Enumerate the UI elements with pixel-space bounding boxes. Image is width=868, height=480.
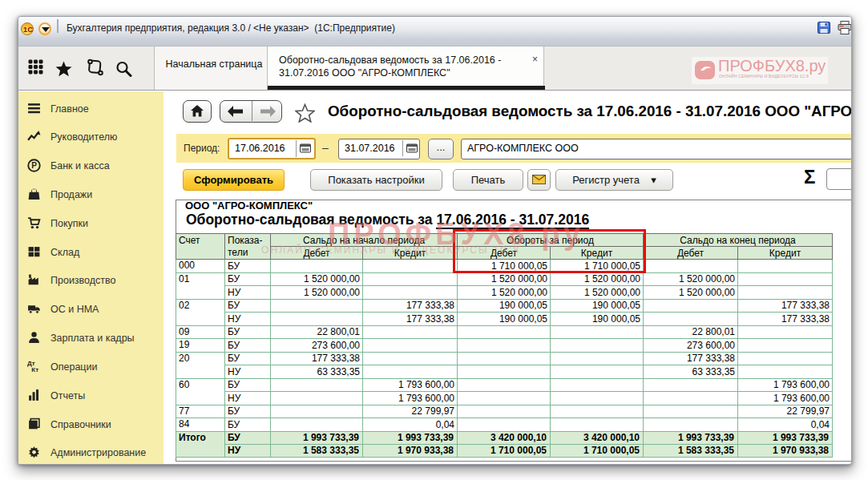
svg-text:Р: Р bbox=[31, 161, 37, 170]
svg-text:Кт: Кт bbox=[31, 366, 38, 373]
